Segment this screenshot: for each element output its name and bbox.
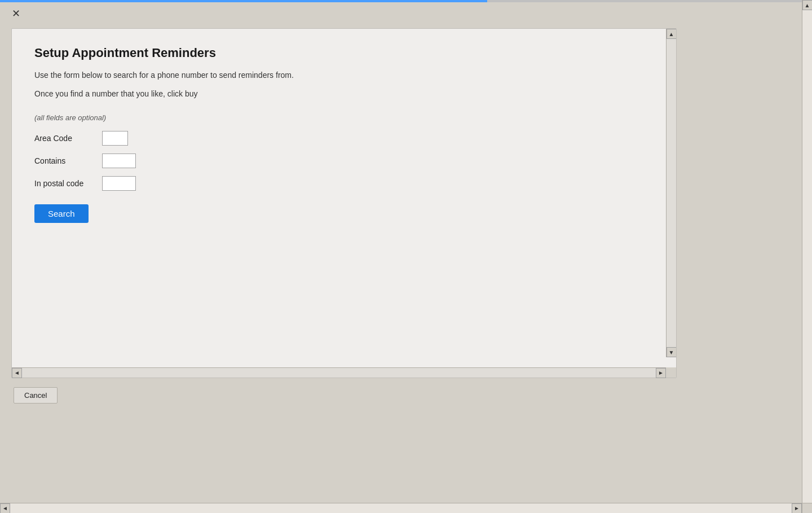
dialog-scroll-left-arrow[interactable]: ◄	[12, 368, 22, 378]
dialog-scroll-right-arrow[interactable]: ►	[656, 368, 666, 378]
fields-optional-note: (all fields are optional)	[34, 113, 654, 122]
cancel-button[interactable]: Cancel	[14, 387, 58, 404]
dialog-inner: Setup Appointment Reminders Use the form…	[12, 29, 676, 367]
dialog-description2: Once you find a number that you like, cl…	[34, 88, 654, 100]
contains-input[interactable]	[102, 154, 136, 168]
dialog-scrollbar-right: ▲ ▼	[666, 29, 676, 357]
contains-row: Contains	[34, 154, 654, 168]
window-scrollbar-bottom: ◄ ►	[0, 503, 802, 513]
postal-code-row: In postal code	[34, 176, 654, 191]
dialog-bottom-scrollbar-row: ◄ ►	[12, 367, 676, 378]
area-code-label: Area Code	[34, 134, 96, 143]
dialog-scroll-down-arrow[interactable]: ▼	[667, 347, 677, 357]
postal-code-input[interactable]	[102, 176, 136, 191]
window-scroll-right[interactable]: ►	[792, 503, 802, 514]
dialog-description1: Use the form below to search for a phone…	[34, 69, 654, 81]
window-scrollbar-corner	[802, 503, 812, 513]
window-scroll-track-bottom	[10, 503, 792, 513]
window-scroll-up[interactable]: ▲	[802, 0, 813, 10]
window-scrollbar-right: ▲ ▼	[802, 0, 812, 513]
close-button[interactable]: ✕	[8, 6, 24, 21]
main-content: Setup Appointment Reminders Use the form…	[0, 0, 802, 503]
postal-code-label: In postal code	[34, 179, 96, 188]
area-code-row: Area Code	[34, 131, 654, 146]
dialog-scroll-up-arrow[interactable]: ▲	[667, 29, 677, 39]
area-code-input[interactable]	[102, 131, 128, 146]
dialog-scroll-track-bottom	[22, 368, 656, 378]
dialog-container: Setup Appointment Reminders Use the form…	[11, 28, 677, 378]
window-scroll-left[interactable]: ◄	[0, 503, 10, 514]
dialog-title: Setup Appointment Reminders	[34, 46, 654, 60]
search-button[interactable]: Search	[34, 204, 89, 223]
dialog-scroll-track-right	[667, 39, 676, 347]
dialog-scrollbar-corner	[666, 367, 676, 378]
footer-area: Cancel	[11, 387, 791, 404]
window-scroll-track-right	[802, 10, 812, 503]
contains-label: Contains	[34, 156, 96, 165]
dialog-scrollbar-bottom: ◄ ►	[12, 367, 666, 378]
